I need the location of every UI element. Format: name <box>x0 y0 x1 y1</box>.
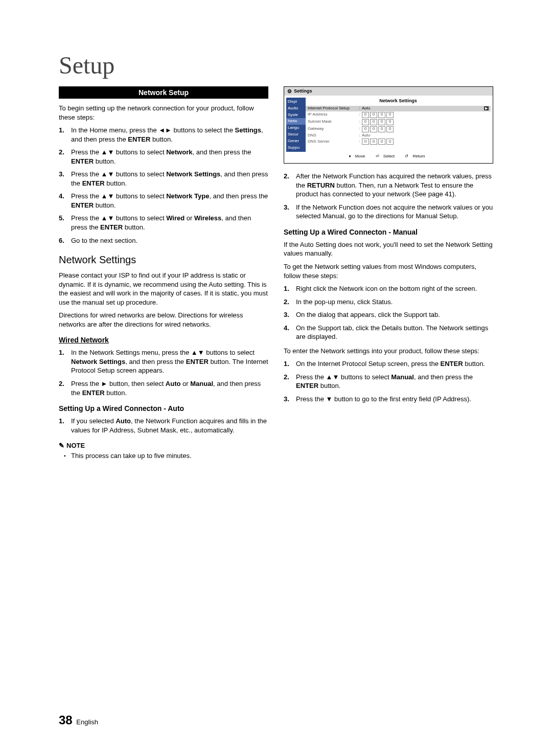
note-text: This process can take up to five minutes… <box>59 451 268 461</box>
list-item: In the Network Settings menu, press the … <box>59 348 268 375</box>
page-title: Setup <box>59 51 493 79</box>
note-label: NOTE <box>66 442 85 449</box>
ss-select: ⏎ Select <box>376 154 398 158</box>
gear-icon: ⚙ <box>287 88 292 94</box>
note-block: ✎ NOTE This process can take up to five … <box>59 442 268 461</box>
list-item: On the Support tab, click the Details bu… <box>284 324 493 341</box>
wired-manual-p2: To get the Network setting values from m… <box>284 262 493 280</box>
ss-footer: ♦ Move ⏎ Select ↺ Return <box>286 152 491 160</box>
ss-setting-row: IP Address:0000 <box>306 111 491 119</box>
ss-sidebar-item: Langu <box>286 125 306 131</box>
ss-caption: Settings <box>294 89 312 94</box>
list-item: If you selected Auto, the Network Functi… <box>59 417 268 434</box>
wired-auto-head: Setting Up a Wired Connecton - Auto <box>59 404 268 413</box>
manual-get-steps: Right click the Network icon on the bott… <box>284 284 493 341</box>
list-item: On the dialog that appears, click the Su… <box>284 310 493 319</box>
auto-cont-steps: After the Network Function has acquired … <box>284 172 493 221</box>
ss-sidebar-item: Secur <box>286 131 306 138</box>
ss-setting-row: Subnet Mask:0000 <box>306 119 491 126</box>
section-network-settings: Network Settings <box>59 254 268 266</box>
manual-set-steps: On the Internet Protocol Setup screen, p… <box>284 359 493 403</box>
ss-setting-row: Gateway:0000 <box>306 126 491 133</box>
net-para1: Please contact your ISP to find out if y… <box>59 271 268 307</box>
list-item: Press the ▲▼ buttons to select Network T… <box>59 192 268 210</box>
wired-network-head: Wired Network <box>59 336 268 344</box>
ss-setting-row: DNS: Auto <box>306 133 491 139</box>
ss-sidebar-item: Audio <box>286 105 306 112</box>
list-item: Press the ▲▼ buttons to select Network, … <box>59 148 268 166</box>
list-item: Press the ▼ button to go to the first en… <box>284 395 493 404</box>
wired-manual-p3: To enter the Network settings into your … <box>284 347 493 356</box>
subtitle-bar: Network Setup <box>59 86 268 99</box>
note-title: ✎ NOTE <box>59 442 268 449</box>
wired-manual-p1: If the Auto Setting does not work, you'l… <box>284 240 493 258</box>
list-item: If the Network Function does not acquire… <box>284 203 493 221</box>
wired-network-steps: In the Network Settings menu, press the … <box>59 348 268 397</box>
page-footer: 38 English <box>59 713 98 727</box>
list-item: Press the ► button, then select Auto or … <box>59 379 268 397</box>
content-columns: Network Setup To begin setting up the ne… <box>59 86 493 461</box>
right-column: ⚙ Settings DisplAudioSysteNetwLanguSecur… <box>284 86 493 461</box>
list-item: Press the ▲▼ buttons to select Wired or … <box>59 214 268 232</box>
list-item: On the Internet Protocol Setup screen, p… <box>284 359 493 369</box>
ss-setting-row: DNS Server:0000 <box>306 138 491 145</box>
ss-return: ↺ Return <box>405 154 428 158</box>
pencil-icon: ✎ <box>59 442 64 449</box>
ss-sidebar-item: Suppo <box>286 145 306 151</box>
list-item: Press the ▲▼ buttons to select Network S… <box>59 170 268 188</box>
ss-sidebar-item: Syste <box>286 112 306 119</box>
list-item: Right click the Network icon on the bott… <box>284 284 493 293</box>
ss-sidebar-item: Gener <box>286 138 306 145</box>
list-item: Go to the next section. <box>59 236 268 245</box>
ss-rows: Internet Protocol Setup: AutoIP Address:… <box>306 106 491 146</box>
settings-screenshot: ⚙ Settings DisplAudioSysteNetwLanguSecur… <box>284 86 493 164</box>
page-lang: English <box>76 718 98 726</box>
intro-text: To begin setting up the network connecti… <box>59 104 268 122</box>
setup-steps: In the Home menu, press the ◄► buttons t… <box>59 126 268 245</box>
ss-move: ♦ Move <box>349 154 368 158</box>
page-number: 38 <box>59 713 73 727</box>
ss-panel-title: Network Settings <box>306 98 491 106</box>
list-item: After the Network Function has acquired … <box>284 172 493 199</box>
net-para2: Directions for wired networks are below.… <box>59 311 268 329</box>
list-item: In the Home menu, press the ◄► buttons t… <box>59 126 268 144</box>
wired-manual-head: Setting Up a Wired Connecton - Manual <box>284 228 493 236</box>
ss-setting-row: Internet Protocol Setup: Auto <box>306 106 491 111</box>
ss-titlebar: ⚙ Settings <box>284 87 493 96</box>
ss-sidebar-item: Displ <box>286 99 306 105</box>
ss-sidebar-item: Netw <box>286 118 306 125</box>
list-item: Press the ▲▼ buttons to select Manual, a… <box>284 373 493 391</box>
list-item: In the pop-up menu, click Status. <box>284 297 493 307</box>
left-column: Network Setup To begin setting up the ne… <box>59 86 268 461</box>
ss-sidebar: DisplAudioSysteNetwLanguSecurGenerSuppo <box>286 98 306 152</box>
wired-auto-steps: If you selected Auto, the Network Functi… <box>59 417 268 434</box>
